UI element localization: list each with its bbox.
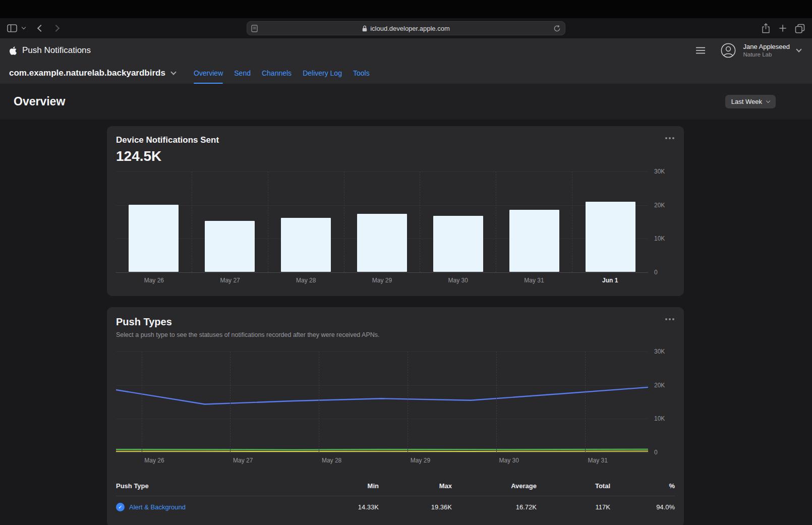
table-cell: 117K [537,503,610,511]
bar-column [344,171,420,272]
bar-jun-1[interactable] [586,202,635,272]
table-row: ✓Alert & Background14.33K19.36K16.72K117… [116,496,675,518]
col-average: Average [452,482,537,490]
date-range-label: Last Week [731,98,762,105]
table-header: Push Type Min Max Average Total % [116,482,675,496]
y-tick: 20K [654,202,665,209]
bar-chart-xlabels: May 26May 27May 28May 29May 30May 31Jun … [116,277,648,287]
x-axis-label: May 31 [588,457,607,464]
back-button[interactable] [37,25,44,32]
reload-icon[interactable] [553,25,561,32]
bar-may-29[interactable] [357,214,407,272]
page-heading-band: Overview Last Week [0,84,812,120]
sidebar-toggle-icon[interactable] [7,24,17,32]
push-type-rows: ✓Alert & Background14.33K19.36K16.72K117… [116,496,675,518]
chevron-down-icon [766,98,770,102]
line-chart-plot [116,352,648,452]
x-axis-label: May 29 [344,277,420,287]
x-axis-label: May 27 [233,457,253,464]
more-menu-icon[interactable] [669,318,671,320]
user-avatar[interactable] [721,43,736,58]
col-min: Min [313,482,379,490]
sidebar-chevron-icon[interactable] [22,25,26,29]
gridline [116,352,648,352]
gridline [142,352,142,452]
x-axis-label: May 26 [144,457,164,464]
user-menu-chevron-icon[interactable] [796,46,801,52]
col-percent: % [610,482,675,490]
new-tab-icon[interactable] [779,24,787,32]
x-axis-label: May 27 [192,277,268,287]
bar-may-30[interactable] [433,216,483,272]
date-range-button[interactable]: Last Week [725,95,776,108]
table-cell: 94.0% [610,503,675,511]
y-tick: 30K [654,348,665,355]
bar-may-28[interactable] [281,218,331,272]
tab-overview[interactable]: Overview [194,63,223,84]
gridline [585,352,586,452]
table-cell: 14.33K [313,503,379,511]
user-org: Nature Lab [743,51,790,58]
bar-chart-yaxis: 30K20K10K0 [648,171,675,272]
bar-column [268,171,344,272]
gridline [116,385,648,386]
bundle-selector[interactable]: com.example.naturelab.backyardbirds [9,63,176,84]
tab-channels[interactable]: Channels [262,63,292,84]
line-chart-xlabels: May 26May 27May 28May 29May 30May 31 [116,457,648,467]
gridline [319,352,319,452]
bundle-id: com.example.naturelab.backyardbirds [9,68,165,78]
more-menu-icon[interactable] [669,137,671,139]
push-type-link[interactable]: Alert & Background [129,503,186,511]
x-axis-label: May 28 [322,457,341,464]
bar-column [420,171,496,272]
tab-tools[interactable]: Tools [353,63,370,84]
bar-chart-plot [116,171,648,272]
tab-delivery-log[interactable]: Delivery Log [303,63,342,84]
x-axis-label: May 28 [268,277,344,287]
total-notifications-value: 124.5K [116,148,675,164]
table-cell: 19.36K [379,503,452,511]
app-title: Push Notifications [22,45,91,55]
page-title: Overview [14,95,65,108]
y-tick: 10K [654,415,665,422]
card-title: Push Types [116,316,675,328]
window-titlebar [0,0,812,18]
card-subtitle: Select a push type to see the statuses o… [116,331,675,338]
tab-bar: Overview Send Channels Delivery Log Tool… [194,63,370,84]
table-cell: 16.72K [452,503,537,511]
x-axis-label: May 26 [116,277,192,287]
bundle-chevron-icon [170,69,176,75]
col-push-type: Push Type [116,482,313,490]
gridline [496,352,497,452]
push-types-card: Push Types Select a push type to see the… [107,307,684,525]
tab-send[interactable]: Send [234,63,251,84]
forward-button[interactable] [52,25,60,32]
line-series-alert-background [116,387,648,404]
url-text: icloud.developer.apple.com [370,25,450,32]
bar-column [496,171,572,272]
gridline [116,452,648,453]
gridline [408,352,408,452]
y-tick: 0 [654,269,658,276]
menu-icon[interactable] [695,47,706,54]
line-chart-yaxis: 30K20K10K0 [648,352,675,452]
device-notifications-card: Device Notifications Sent 124.5K 30K20K1… [107,126,684,296]
line-chart-svg [116,352,648,452]
bar-may-31[interactable] [509,210,559,272]
bar-may-26[interactable] [129,205,179,272]
x-axis-label: Jun 1 [572,277,648,287]
share-icon[interactable] [761,23,771,34]
page-settings-icon[interactable] [251,25,258,32]
address-bar[interactable]: icloud.developer.apple.com [247,21,565,35]
gridline [116,272,648,273]
x-axis-label: May 30 [420,277,496,287]
tab-overview-icon[interactable] [795,24,805,33]
browser-toolbar: icloud.developer.apple.com [0,18,812,38]
y-tick: 0 [654,449,658,456]
bar-column [192,171,268,272]
main-content: Device Notifications Sent 124.5K 30K20K1… [0,120,812,525]
gridline [230,352,230,452]
x-axis-label: May 29 [411,457,430,464]
bar-may-27[interactable] [205,221,255,272]
selected-check-icon[interactable]: ✓ [116,503,125,511]
